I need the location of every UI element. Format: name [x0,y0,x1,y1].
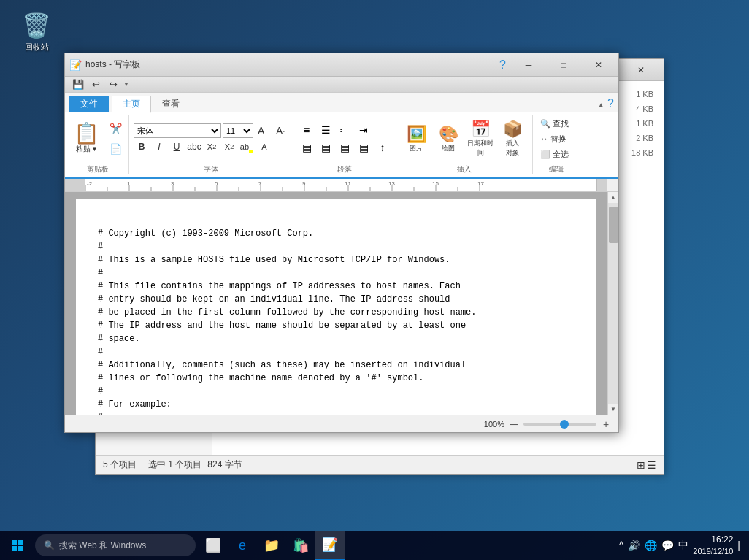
search-icon: 🔍 [44,540,55,551]
strikethrough-button[interactable]: abc [186,139,202,154]
align-center-button[interactable]: ☰ [317,122,334,138]
qa-dropdown-button[interactable]: ▼ [123,81,129,88]
system-clock[interactable]: 16:22 2019/12/10 [693,534,733,556]
font-name-select[interactable]: 宋体 [134,123,221,138]
minimize-button[interactable]: ─ [512,55,545,75]
ribbon-tabs: 文件 主页 查看 ▲ ? [65,93,618,112]
svg-rect-31 [12,546,17,551]
line-spacing-button[interactable]: ↕ [374,139,391,156]
font-color-button[interactable]: A [256,139,272,154]
document-area: # Copyright (c) 1993-2009 Microsoft Corp… [65,192,618,415]
maximize-button[interactable]: □ [547,55,580,75]
help-icon[interactable]: ? [499,58,506,72]
scroll-down-button[interactable]: ▼ [608,404,619,415]
desktop: 🗑️ 回收站 📁 etc ─ □ ✕ 📄 hosts 1 KB [0,0,749,560]
svg-text:1: 1 [127,180,131,187]
font-size-select[interactable]: 11 [223,123,253,138]
insert-label: 插入 [401,163,528,174]
justify-button[interactable]: ▤ [317,139,334,156]
zoom-bar: 100% ─ + [65,415,618,432]
tray-arrow-icon[interactable]: ^ [619,540,624,551]
zoom-slider-track [523,423,596,426]
edit-group-content: 🔍 查找 ↔️ 替换 ⬜ 全选 [537,115,575,163]
taskbar: 🔍 搜索 Web 和 Windows ⬜ e 📁 🛍️ 📝 ^ 🔊 🌐 💬 中 … [0,531,749,560]
search-bar[interactable]: 🔍 搜索 Web 和 Windows [35,534,196,556]
clipboard-group: 📋 粘贴 ▼ ✂️ 📄 剪贴板 [69,115,129,174]
paragraph-group-content: ≡ ☰ ≔ ⇥ ▤ ▤ ▤ ▤ ↕ [298,115,391,163]
windows-logo-icon [12,540,23,551]
align-right2-button[interactable]: ▤ [355,139,372,156]
align-right-button[interactable]: ▤ [298,139,315,156]
qa-undo-button[interactable]: ↩ [88,78,103,91]
indent-button[interactable]: ⇥ [355,122,372,138]
svg-text:13: 13 [388,180,395,187]
bold-button[interactable]: B [134,139,150,154]
view-large-icon[interactable]: ⊞ [637,459,645,471]
recycle-bin-label: 回收站 [25,42,49,53]
task-view-button[interactable]: ⬜ [199,531,228,560]
svg-text:5: 5 [215,180,218,187]
italic-button[interactable]: I [151,139,167,154]
ribbon: 文件 主页 查看 ▲ ? 📋 粘贴 ▼ [65,93,618,179]
svg-rect-29 [12,540,17,545]
tab-view[interactable]: 查看 [151,96,191,112]
font-grow-button[interactable]: A+ [255,123,271,138]
search-placeholder: 搜索 Web 和 Windows [59,540,146,552]
insert-datetime-button[interactable]: 📅 日期和时间 [465,118,496,159]
underline-button[interactable]: U [169,139,185,154]
svg-text:-2: -2 [87,180,93,187]
scroll-up-button[interactable]: ▲ [608,192,619,203]
highlight-button[interactable]: ab_ [239,139,255,154]
ribbon-collapse-button[interactable]: ▲ [597,101,604,112]
tray-network-icon[interactable]: 🌐 [645,540,657,551]
tab-home[interactable]: 主页 [112,96,151,113]
svg-text:7: 7 [258,180,262,187]
edge-button[interactable]: e [228,531,257,560]
insert-image-button[interactable]: 🖼️ 图片 [401,123,431,155]
store-button[interactable]: 🛍️ [286,531,315,560]
show-desktop-button[interactable]: | [737,540,740,551]
align-left-button[interactable]: ≡ [298,122,315,138]
tray-message-icon[interactable]: 💬 [661,540,674,551]
tray-lang-icon[interactable]: 中 [678,539,688,552]
window-controls: ─ □ ✕ [512,55,615,75]
scroll-thumb[interactable] [609,207,618,243]
wordpad-taskbar-button[interactable]: 📝 [315,531,345,560]
select-all-button[interactable]: ⬜ 全选 [537,147,572,161]
insert-object-button[interactable]: 📦 插入对象 [497,118,528,159]
ribbon-help-icon[interactable]: ? [607,97,614,112]
tray-volume-icon[interactable]: 🔊 [628,540,640,551]
copy-button[interactable]: 📄 [107,140,124,158]
svg-text:15: 15 [432,180,439,187]
zoom-slider-thumb[interactable] [560,420,569,429]
paste-button[interactable]: 📋 粘贴 ▼ [71,122,102,156]
explorer-button[interactable]: 📁 [257,531,286,560]
start-button[interactable] [3,531,32,560]
find-button[interactable]: 🔍 查找 [537,117,572,131]
ruler-svg: -2 1 3 5 7 9 [85,179,598,191]
font-shrink-button[interactable]: A- [272,123,288,138]
align-justify-button[interactable]: ▤ [336,139,353,156]
document-scroll: # Copyright (c) 1993-2009 Microsoft Corp… [65,192,607,415]
explorer-close[interactable]: ✕ [624,60,658,80]
paragraph-label: 段落 [298,163,391,174]
zoom-out-button[interactable]: ─ [507,418,521,431]
tab-file[interactable]: 文件 [69,96,109,112]
superscript-button[interactable]: X2 [221,139,237,154]
quick-access-toolbar: 💾 ↩ ↪ ▼ [65,77,618,93]
qa-save-button[interactable]: 💾 [71,78,85,91]
subscript-button[interactable]: X2 [204,139,220,154]
zoom-in-button[interactable]: + [599,418,612,431]
replace-button[interactable]: ↔️ 替换 [537,132,572,146]
view-detail-icon[interactable]: ☰ [647,459,656,471]
document-content[interactable]: # Copyright (c) 1993-2009 Microsoft Corp… [76,199,596,415]
close-button[interactable]: ✕ [582,55,615,75]
wordpad-icon: 📝 [68,58,82,72]
status-selected: 选中 1 个项目 [148,459,201,471]
cut-button[interactable]: ✂️ [107,120,124,137]
status-size: 824 字节 [207,459,242,471]
insert-drawing-button[interactable]: 🎨 绘图 [433,123,464,155]
qa-redo-button[interactable]: ↪ [106,78,120,91]
list-button[interactable]: ≔ [336,122,353,138]
recycle-bin-icon[interactable]: 🗑️ 回收站 [11,11,62,53]
